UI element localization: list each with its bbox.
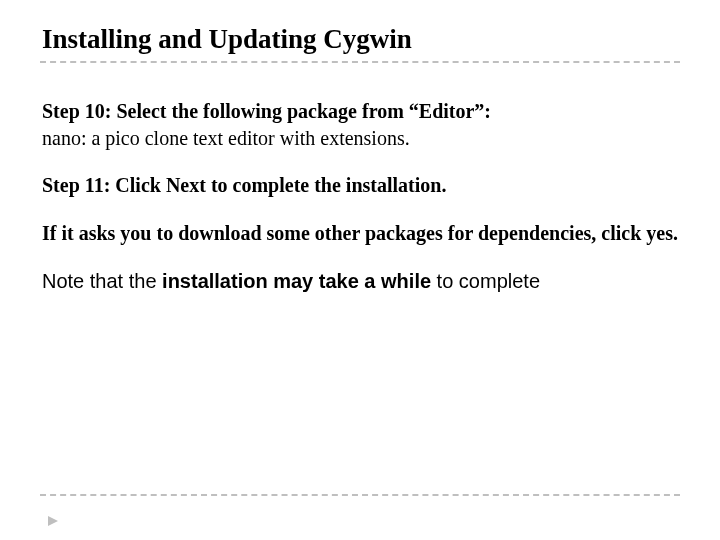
note-post: to complete: [431, 270, 540, 292]
svg-marker-0: [48, 516, 58, 526]
step-11: Step 11: Click Next to complete the inst…: [42, 173, 680, 198]
step-10-heading: Step 10: Select the following package fr…: [42, 99, 680, 124]
title-divider: [40, 61, 680, 63]
play-arrow-icon: [46, 514, 60, 528]
dependency-note: If it asks you to download some other pa…: [42, 220, 680, 246]
step-10-desc: nano: a pico clone text editor with exte…: [42, 126, 680, 151]
slide: Installing and Updating Cygwin Step 10: …: [0, 0, 720, 540]
step-10-bold: Step 10: Select the following package fr…: [42, 100, 491, 122]
install-note: Note that the installation may take a wh…: [42, 268, 680, 294]
note-pre: Note that the: [42, 270, 162, 292]
bottom-divider: [40, 494, 680, 496]
body-content: Step 10: Select the following package fr…: [42, 99, 680, 294]
note-bold: installation may take a while: [162, 270, 431, 292]
step-11-text: Step 11: Click Next to complete the inst…: [42, 174, 446, 196]
page-title: Installing and Updating Cygwin: [42, 24, 680, 55]
